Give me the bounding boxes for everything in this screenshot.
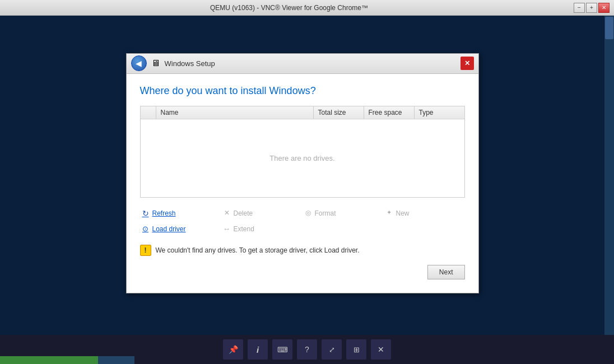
grid-icon: ⊞	[353, 346, 360, 354]
page-heading: Where do you want to install Windows?	[140, 85, 465, 97]
new-button[interactable]: ✦ New	[384, 207, 465, 220]
fullscreen-icon: ⤢	[329, 346, 335, 354]
refresh-icon: ↻	[141, 209, 150, 218]
col-name: Name	[156, 106, 313, 119]
warning-icon: !	[140, 245, 151, 256]
dialog-title: Windows Setup	[165, 59, 215, 68]
tb-keyboard-button[interactable]: ⌨	[272, 339, 292, 360]
help-icon: ?	[305, 345, 309, 354]
extend-label: Extend	[234, 225, 254, 233]
dialog-close-button[interactable]: ✕	[460, 57, 474, 70]
tb-info-button[interactable]: i	[248, 339, 268, 360]
tb-help-button[interactable]: ?	[297, 339, 317, 360]
delete-label: Delete	[234, 209, 253, 217]
dialog-overlay: ◀ 🖥 Windows Setup ✕ Where do you want to…	[0, 16, 604, 330]
drive-table: Name Total size Free space Type There ar…	[140, 106, 465, 198]
pin-icon: 📌	[229, 345, 238, 354]
close-icon: ✕	[378, 345, 384, 354]
delete-icon: ✕	[222, 209, 231, 218]
col-checkbox	[140, 106, 156, 119]
format-label: Format	[315, 209, 336, 217]
keyboard-icon: ⌨	[277, 346, 288, 354]
table-header-row: Name Total size Free space Type	[140, 106, 464, 119]
scrollbar[interactable]	[604, 16, 614, 346]
next-button[interactable]: Next	[427, 265, 465, 279]
tb-fullscreen-button[interactable]: ⤢	[322, 339, 342, 360]
title-bar-text: QEMU (v1063) - VNC® Viewer for Google Ch…	[4, 4, 574, 12]
col-total-size: Total size	[313, 106, 364, 119]
new-icon: ✦	[385, 209, 394, 218]
refresh-label: Refresh	[152, 209, 176, 217]
tb-pin-button[interactable]: 📌	[223, 339, 243, 360]
load-driver-label: Load driver	[152, 225, 186, 233]
refresh-button[interactable]: ↻ Refresh	[140, 207, 221, 220]
col-type: Type	[414, 106, 464, 119]
status-bar-blue	[98, 356, 134, 364]
minimize-button[interactable]: −	[574, 3, 585, 13]
delete-button[interactable]: ✕ Delete	[221, 207, 303, 220]
scrollbar-thumb[interactable]	[605, 17, 613, 39]
setup-icon: 🖥	[151, 58, 160, 68]
tb-close-button[interactable]: ✕	[371, 339, 391, 360]
title-bar: QEMU (v1063) - VNC® Viewer for Google Ch…	[0, 0, 614, 16]
extend-button[interactable]: ↔ Extend	[221, 222, 303, 236]
back-icon: ◀	[136, 59, 142, 68]
dialog-content: Where do you want to install Windows? Na…	[127, 74, 478, 293]
maximize-button[interactable]: +	[586, 3, 597, 13]
action-buttons-container: ↻ Refresh ✕ Delete ◎ Format ✦ New ⊙	[140, 207, 465, 236]
table-empty-row: There are no drives.	[140, 119, 464, 197]
load-driver-icon: ⊙	[141, 225, 150, 234]
warning-text: We couldn't find any drives. To get a st…	[156, 246, 360, 254]
close-window-button[interactable]: ✕	[598, 3, 610, 13]
new-label: New	[396, 209, 410, 217]
title-bar-buttons: − + ✕	[574, 3, 610, 13]
next-row: Next	[140, 265, 465, 282]
load-driver-button[interactable]: ⊙ Load driver	[140, 222, 221, 236]
info-icon: i	[257, 345, 259, 354]
format-button[interactable]: ◎ Format	[303, 207, 384, 220]
windows-setup-dialog: ◀ 🖥 Windows Setup ✕ Where do you want to…	[126, 53, 479, 293]
col-free-space: Free space	[364, 106, 414, 119]
warning-row: ! We couldn't find any drives. To get a …	[140, 245, 465, 256]
empty-row-text: There are no drives.	[140, 119, 464, 197]
dialog-titlebar: ◀ 🖥 Windows Setup ✕	[127, 54, 478, 74]
extend-icon: ↔	[222, 225, 231, 234]
back-button[interactable]: ◀	[131, 55, 147, 71]
format-icon: ◎	[304, 209, 313, 218]
status-bar-green	[0, 356, 98, 364]
tb-grid-button[interactable]: ⊞	[346, 339, 366, 360]
